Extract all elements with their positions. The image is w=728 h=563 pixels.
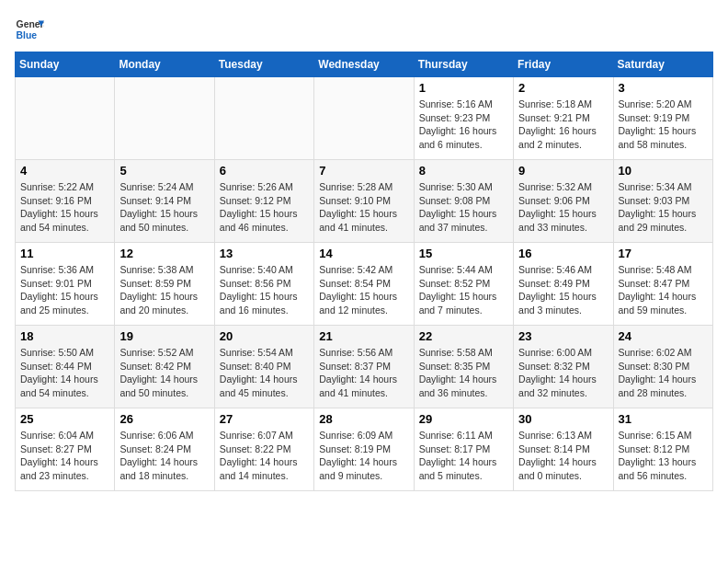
day-number: 31 [619,412,708,426]
calendar-cell: 8Sunrise: 5:30 AM Sunset: 9:08 PM Daylig… [414,160,513,243]
day-content: Sunrise: 5:32 AM Sunset: 9:06 PM Dayligh… [518,180,608,235]
day-content: Sunrise: 6:06 AM Sunset: 8:24 PM Dayligh… [119,429,209,483]
day-number: 21 [319,329,408,343]
calendar-cell [314,77,414,160]
day-number: 10 [619,164,708,178]
day-content: Sunrise: 5:40 AM Sunset: 8:56 PM Dayligh… [220,263,309,317]
day-content: Sunrise: 5:42 AM Sunset: 8:54 PM Dayligh… [319,263,408,317]
day-content: Sunrise: 6:09 AM Sunset: 8:19 PM Dayligh… [319,429,408,483]
calendar-cell: 26Sunrise: 6:06 AM Sunset: 8:24 PM Dayli… [115,408,214,491]
calendar-cell: 7Sunrise: 5:28 AM Sunset: 9:10 PM Daylig… [314,160,414,243]
calendar-cell [214,77,313,160]
calendar-cell: 20Sunrise: 5:54 AM Sunset: 8:40 PM Dayli… [214,326,313,408]
day-number: 20 [220,329,309,343]
calendar-cell: 6Sunrise: 5:26 AM Sunset: 9:12 PM Daylig… [214,160,313,243]
day-content: Sunrise: 5:50 AM Sunset: 8:44 PM Dayligh… [20,346,109,400]
day-number: 14 [319,247,408,260]
calendar-cell: 11Sunrise: 5:36 AM Sunset: 9:01 PM Dayli… [16,243,115,326]
day-number: 9 [518,164,608,178]
day-number: 2 [518,81,608,95]
day-content: Sunrise: 5:54 AM Sunset: 8:40 PM Dayligh… [220,346,309,400]
col-sunday: Sunday [16,52,115,77]
calendar-table: Sunday Monday Tuesday Wednesday Thursday… [15,52,713,491]
day-number: 30 [518,412,608,426]
day-number: 15 [419,247,508,260]
svg-text:Blue: Blue [17,30,38,40]
calendar-cell: 4Sunrise: 5:22 AM Sunset: 9:16 PM Daylig… [16,160,115,243]
day-number: 8 [419,164,508,178]
day-content: Sunrise: 5:46 AM Sunset: 8:49 PM Dayligh… [518,263,608,317]
calendar-cell: 10Sunrise: 5:34 AM Sunset: 9:03 PM Dayli… [613,160,712,243]
day-content: Sunrise: 6:02 AM Sunset: 8:30 PM Dayligh… [619,346,708,400]
header: General Blue [15,15,713,44]
calendar-cell: 19Sunrise: 5:52 AM Sunset: 8:42 PM Dayli… [115,326,214,408]
calendar-cell: 21Sunrise: 5:56 AM Sunset: 8:37 PM Dayli… [314,326,414,408]
day-content: Sunrise: 6:04 AM Sunset: 8:27 PM Dayligh… [20,429,109,483]
calendar-cell: 16Sunrise: 5:46 AM Sunset: 8:49 PM Dayli… [514,243,613,326]
calendar-week-4: 18Sunrise: 5:50 AM Sunset: 8:44 PM Dayli… [16,326,713,408]
col-tuesday: Tuesday [214,52,313,77]
day-number: 28 [319,412,408,426]
logo: General Blue [15,15,44,44]
day-number: 18 [20,329,109,343]
day-number: 19 [119,329,209,343]
day-content: Sunrise: 5:18 AM Sunset: 9:21 PM Dayligh… [518,98,608,152]
calendar-cell: 3Sunrise: 5:20 AM Sunset: 9:19 PM Daylig… [613,77,712,160]
calendar-cell: 1Sunrise: 5:16 AM Sunset: 9:23 PM Daylig… [414,77,513,160]
day-number: 17 [619,247,708,260]
calendar-cell: 15Sunrise: 5:44 AM Sunset: 8:52 PM Dayli… [414,243,513,326]
day-number: 3 [619,81,708,95]
day-content: Sunrise: 6:15 AM Sunset: 8:12 PM Dayligh… [619,429,708,483]
calendar-week-5: 25Sunrise: 6:04 AM Sunset: 8:27 PM Dayli… [16,408,713,491]
day-number: 1 [419,81,508,95]
calendar-week-3: 11Sunrise: 5:36 AM Sunset: 9:01 PM Dayli… [16,243,713,326]
calendar-cell: 31Sunrise: 6:15 AM Sunset: 8:12 PM Dayli… [613,408,712,491]
calendar-cell [16,77,115,160]
calendar-cell: 13Sunrise: 5:40 AM Sunset: 8:56 PM Dayli… [214,243,313,326]
col-wednesday: Wednesday [314,52,414,77]
day-number: 5 [119,164,209,178]
calendar-cell: 30Sunrise: 6:13 AM Sunset: 8:14 PM Dayli… [514,408,613,491]
day-content: Sunrise: 5:58 AM Sunset: 8:35 PM Dayligh… [419,346,508,400]
calendar-week-2: 4Sunrise: 5:22 AM Sunset: 9:16 PM Daylig… [16,160,713,243]
day-content: Sunrise: 5:52 AM Sunset: 8:42 PM Dayligh… [119,346,209,400]
day-content: Sunrise: 5:30 AM Sunset: 9:08 PM Dayligh… [419,180,508,235]
day-content: Sunrise: 6:13 AM Sunset: 8:14 PM Dayligh… [518,429,608,483]
calendar-week-1: 1Sunrise: 5:16 AM Sunset: 9:23 PM Daylig… [16,77,713,160]
day-content: Sunrise: 6:11 AM Sunset: 8:17 PM Dayligh… [419,429,508,483]
day-number: 11 [20,247,109,260]
day-number: 16 [518,247,608,260]
day-number: 4 [20,164,109,178]
day-content: Sunrise: 5:38 AM Sunset: 8:59 PM Dayligh… [119,263,209,317]
day-content: Sunrise: 5:26 AM Sunset: 9:12 PM Dayligh… [220,180,309,235]
calendar-cell: 12Sunrise: 5:38 AM Sunset: 8:59 PM Dayli… [115,243,214,326]
calendar-cell: 28Sunrise: 6:09 AM Sunset: 8:19 PM Dayli… [314,408,414,491]
calendar-cell: 14Sunrise: 5:42 AM Sunset: 8:54 PM Dayli… [314,243,414,326]
day-content: Sunrise: 5:28 AM Sunset: 9:10 PM Dayligh… [319,180,408,235]
day-number: 7 [319,164,408,178]
calendar-cell: 23Sunrise: 6:00 AM Sunset: 8:32 PM Dayli… [514,326,613,408]
calendar-cell: 29Sunrise: 6:11 AM Sunset: 8:17 PM Dayli… [414,408,513,491]
day-number: 12 [119,247,209,260]
col-thursday: Thursday [414,52,513,77]
calendar-cell [115,77,214,160]
day-number: 29 [419,412,508,426]
day-number: 25 [20,412,109,426]
calendar-cell: 22Sunrise: 5:58 AM Sunset: 8:35 PM Dayli… [414,326,513,408]
day-number: 27 [220,412,309,426]
calendar-body: 1Sunrise: 5:16 AM Sunset: 9:23 PM Daylig… [16,77,713,491]
calendar-cell: 24Sunrise: 6:02 AM Sunset: 8:30 PM Dayli… [613,326,712,408]
calendar-cell: 27Sunrise: 6:07 AM Sunset: 8:22 PM Dayli… [214,408,313,491]
day-content: Sunrise: 5:16 AM Sunset: 9:23 PM Dayligh… [419,98,508,152]
day-content: Sunrise: 5:44 AM Sunset: 8:52 PM Dayligh… [419,263,508,317]
day-content: Sunrise: 5:22 AM Sunset: 9:16 PM Dayligh… [20,180,109,235]
day-content: Sunrise: 6:00 AM Sunset: 8:32 PM Dayligh… [518,346,608,400]
header-row: Sunday Monday Tuesday Wednesday Thursday… [16,52,713,77]
day-number: 13 [220,247,309,260]
col-friday: Friday [514,52,613,77]
calendar-cell: 18Sunrise: 5:50 AM Sunset: 8:44 PM Dayli… [16,326,115,408]
day-number: 6 [220,164,309,178]
day-content: Sunrise: 5:20 AM Sunset: 9:19 PM Dayligh… [619,98,708,152]
day-content: Sunrise: 6:07 AM Sunset: 8:22 PM Dayligh… [220,429,309,483]
day-content: Sunrise: 5:48 AM Sunset: 8:47 PM Dayligh… [619,263,708,317]
